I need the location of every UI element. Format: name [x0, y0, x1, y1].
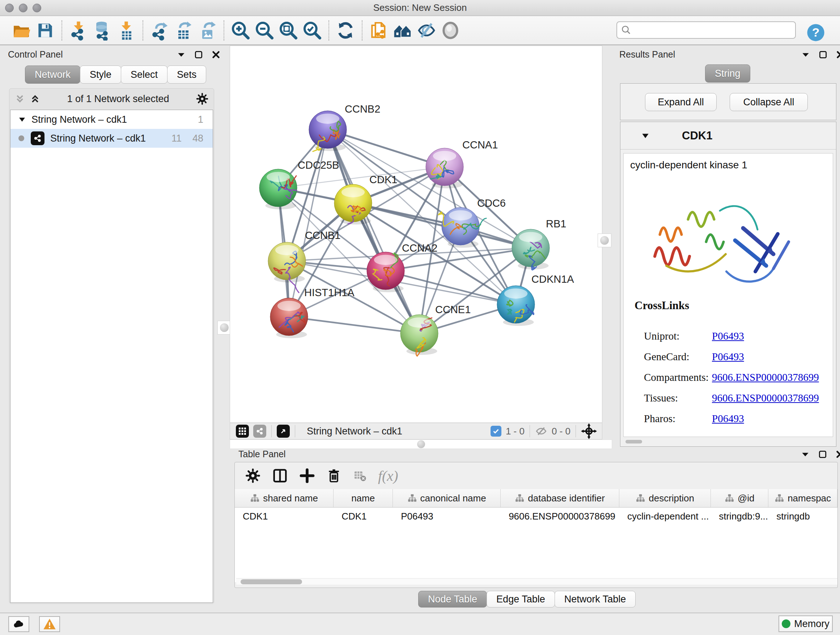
- tab-string[interactable]: String: [705, 65, 750, 82]
- panel-float-icon[interactable]: [818, 450, 827, 459]
- refresh-view-button[interactable]: [333, 19, 357, 42]
- column-header--id[interactable]: @id: [711, 489, 768, 507]
- grid-view-icon[interactable]: [236, 424, 249, 438]
- column-header-description[interactable]: description: [619, 489, 711, 507]
- gear-icon[interactable]: [196, 92, 209, 105]
- zoom-out-button[interactable]: [253, 19, 276, 42]
- collapse-all-button[interactable]: Collapse All: [729, 93, 808, 111]
- column-header-namespac[interactable]: namespac: [768, 489, 837, 507]
- panel-float-icon[interactable]: [818, 50, 828, 59]
- import-table-from-file-button[interactable]: [114, 19, 138, 42]
- fit-selected-crosshair-icon[interactable]: [581, 423, 597, 439]
- panel-menu-icon[interactable]: [177, 50, 186, 59]
- column-header-database-identifier[interactable]: database identifier: [501, 489, 619, 507]
- warnings-button[interactable]: [39, 616, 60, 632]
- network-share-icon[interactable]: [253, 424, 266, 438]
- export-image-button[interactable]: [195, 19, 219, 42]
- share-session-file-button[interactable]: [367, 19, 391, 42]
- zoom-selected-button[interactable]: [300, 19, 324, 42]
- network-edge[interactable]: [289, 317, 419, 333]
- zoom-fit-button[interactable]: [276, 19, 300, 42]
- add-column-icon[interactable]: [299, 468, 315, 484]
- tab-edge-table[interactable]: Edge Table: [486, 591, 555, 608]
- table-cell[interactable]: stringdb: [768, 508, 837, 525]
- crosslink-value-link[interactable]: P06493: [712, 351, 744, 363]
- export-table-to-file-button[interactable]: [172, 19, 195, 42]
- expand-all-icon[interactable]: [30, 93, 41, 104]
- right-splitter-handle[interactable]: [598, 233, 611, 247]
- table-cell[interactable]: P06493: [393, 508, 501, 525]
- tab-style[interactable]: Style: [80, 65, 121, 84]
- gene-disclosure-icon[interactable]: [641, 131, 650, 141]
- table-cell[interactable]: 9606.ENSP00000378699: [501, 508, 619, 525]
- network-node[interactable]: CDC6: [438, 197, 506, 248]
- column-header-shared-name[interactable]: shared name: [235, 489, 333, 507]
- network-node[interactable]: CCNA1: [426, 139, 498, 188]
- cytoscape-home-button[interactable]: [391, 19, 415, 42]
- crosslink-value-link[interactable]: 9606.ENSP00000378699: [712, 392, 819, 404]
- network-node[interactable]: CDKN1A: [497, 273, 574, 326]
- network-collection-row[interactable]: String Network – cdk1 1: [11, 110, 213, 129]
- import-network-from-database-button[interactable]: [90, 19, 114, 42]
- network-canvas[interactable]: CCNB2CCNA1CDC25BCDK1CDC6RB1CCNB1CCNA2CDK…: [230, 46, 602, 423]
- crosslink-value-link[interactable]: 9606.ENSP00000378699: [712, 371, 819, 383]
- network-row[interactable]: String Network – cdk1 11 48: [11, 129, 213, 148]
- open-session-button[interactable]: [9, 19, 33, 42]
- crosslink-value-link[interactable]: P06493: [712, 330, 744, 342]
- table-cell[interactable]: CDK1: [333, 508, 393, 525]
- table-cell[interactable]: stringdb:9...: [711, 508, 768, 525]
- export-network-to-file-button[interactable]: [148, 19, 172, 42]
- birdseye-toggle-icon[interactable]: [277, 424, 290, 438]
- table-horizontal-scrollbar[interactable]: [236, 578, 837, 585]
- table-cell[interactable]: CDK1: [235, 508, 333, 525]
- panel-close-icon[interactable]: [836, 50, 840, 59]
- network-node[interactable]: RB1: [512, 218, 566, 270]
- disclosure-triangle-icon[interactable]: [18, 115, 27, 124]
- table-scrollbar-thumb[interactable]: [240, 579, 302, 584]
- network-node[interactable]: CCNB1: [268, 230, 340, 293]
- tab-sets[interactable]: Sets: [167, 65, 206, 84]
- table-settings-gear-icon[interactable]: [245, 468, 261, 484]
- cloud-status-button[interactable]: [8, 616, 29, 632]
- crosslink-value-link[interactable]: P06493: [712, 413, 744, 424]
- import-network-from-file-button[interactable]: [66, 19, 90, 42]
- zoom-in-button[interactable]: [229, 19, 253, 42]
- show-hide-graphics-details-button[interactable]: [415, 19, 439, 42]
- memory-button[interactable]: Memory: [778, 616, 833, 632]
- expand-all-button[interactable]: Expand All: [645, 93, 717, 111]
- column-header-canonical-name[interactable]: canonical name: [393, 489, 501, 507]
- help-button[interactable]: ?: [804, 21, 828, 44]
- hidden-eye-icon[interactable]: [535, 425, 547, 437]
- show-column-icon[interactable]: [272, 467, 288, 484]
- table-cell[interactable]: cyclin-dependent ...: [619, 508, 711, 525]
- horizontal-splitter[interactable]: [230, 440, 612, 449]
- horizontal-splitter-handle[interactable]: [417, 440, 425, 448]
- left-splitter-handle[interactable]: [218, 321, 231, 334]
- search-input[interactable]: [632, 23, 795, 37]
- panel-close-icon[interactable]: [835, 450, 840, 459]
- panel-menu-icon[interactable]: [801, 50, 810, 59]
- selected-nodes-checkbox[interactable]: [491, 426, 501, 437]
- network-node[interactable]: CCNE1: [401, 304, 471, 356]
- network-edge[interactable]: [328, 130, 419, 333]
- tab-network[interactable]: Network: [25, 65, 80, 84]
- save-session-button[interactable]: [33, 19, 57, 42]
- tab-network-table[interactable]: Network Table: [554, 591, 636, 608]
- network-node[interactable]: HIST1H1A: [270, 287, 355, 338]
- collapse-all-icon[interactable]: [14, 93, 25, 104]
- panel-float-icon[interactable]: [194, 50, 203, 59]
- network-node[interactable]: CCNB2: [309, 103, 380, 151]
- tab-node-table[interactable]: Node Table: [418, 591, 487, 608]
- tab-select[interactable]: Select: [121, 65, 167, 84]
- birds-eye-view-button[interactable]: [439, 19, 462, 42]
- column-header-name[interactable]: name: [333, 489, 393, 507]
- network-node[interactable]: CDC25B: [259, 159, 339, 209]
- network-graph[interactable]: CCNB2CCNA1CDC25BCDK1CDC6RB1CCNB1CCNA2CDK…: [230, 46, 602, 423]
- results-scrollbar-thumb[interactable]: [625, 440, 642, 443]
- gene-header-row[interactable]: CDK1: [621, 122, 836, 149]
- table-row[interactable]: CDK1CDK1P064939606.ENSP00000378699cyclin…: [235, 508, 837, 525]
- delete-column-trash-icon[interactable]: [326, 468, 342, 484]
- panel-menu-icon[interactable]: [801, 450, 810, 459]
- network-node[interactable]: CDK1: [334, 174, 397, 225]
- panel-close-icon[interactable]: [211, 50, 221, 59]
